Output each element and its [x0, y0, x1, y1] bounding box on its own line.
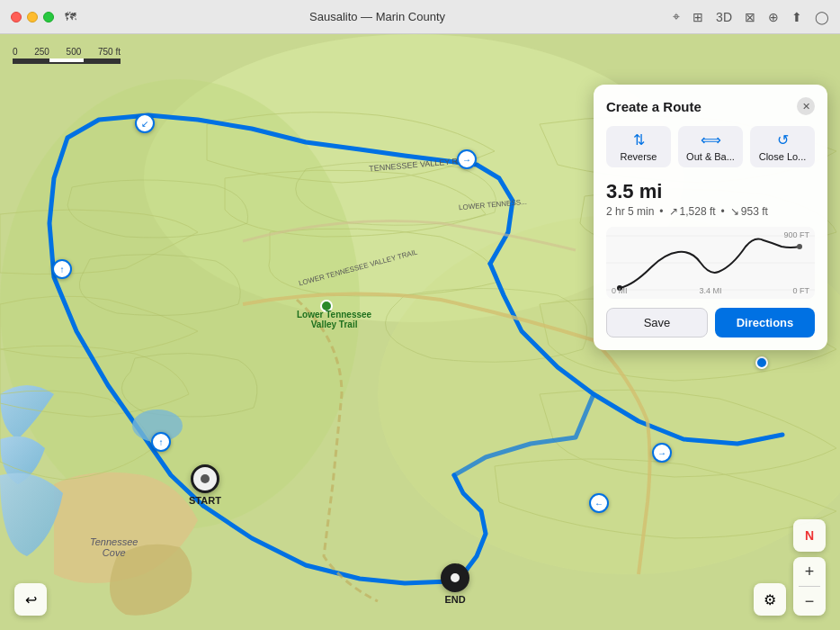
scale-0: 0: [13, 47, 18, 57]
share-icon[interactable]: ⬆: [791, 10, 802, 24]
3d-label[interactable]: 3D: [716, 10, 732, 24]
back-icon: ↩: [25, 591, 37, 608]
route-stats: 3.5 mi 2 hr 5 min • ↗ 1,528 ft • ↘ 953 f…: [606, 180, 815, 218]
close-button[interactable]: [11, 12, 22, 22]
waypoint-3[interactable]: →: [457, 149, 477, 169]
map-controls: N + −: [793, 519, 826, 616]
zoom-controls: + −: [793, 557, 826, 616]
minimize-button[interactable]: [27, 12, 38, 22]
separator-1: •: [659, 205, 663, 218]
close-loop-icon: ↺: [777, 131, 789, 148]
reverse-icon: ⇅: [633, 131, 645, 148]
end-marker: END: [441, 563, 469, 605]
gain-arrow: ↗: [669, 205, 678, 218]
scale-line: [13, 58, 121, 64]
location-icon[interactable]: ⌖: [673, 9, 680, 24]
waypoint-arrow-6: ←: [594, 499, 603, 508]
scale-500: 500: [67, 47, 82, 57]
end-label: END: [444, 594, 465, 605]
dist-start-label: 0 MI: [612, 286, 628, 295]
zoom-out-button[interactable]: −: [793, 587, 826, 616]
zoom-in-button[interactable]: +: [793, 557, 826, 586]
compass-label: N: [805, 528, 814, 543]
route-dot-east: [755, 356, 768, 369]
scale-750: 750 ft: [98, 47, 121, 57]
scale-seg-3: [84, 58, 119, 62]
loss-arrow: ↘: [730, 205, 739, 218]
waypoint-1[interactable]: ↙: [135, 113, 155, 133]
waypoint-arrow-2: ↑: [60, 265, 65, 274]
start-marker: START: [189, 464, 221, 506]
zoom-icon[interactable]: ⊕: [768, 10, 779, 24]
end-circle: [441, 563, 469, 592]
elevation-loss: 953 ft: [741, 205, 768, 218]
compass-button[interactable]: N: [793, 519, 826, 552]
start-circle: [191, 464, 219, 493]
directions-button[interactable]: Directions: [715, 308, 815, 338]
waypoint-2[interactable]: ↑: [52, 259, 72, 279]
waypoint-4[interactable]: ↑: [151, 432, 171, 452]
user-icon[interactable]: ◯: [815, 10, 829, 24]
map[interactable]: TENNESSEE VALLEY RD LOWER TENNESS... LOW…: [0, 34, 840, 630]
layers-icon[interactable]: ⊞: [693, 10, 703, 24]
dist-mid-label: 3.4 MI: [699, 286, 721, 295]
route-distance: 3.5 mi: [606, 180, 815, 203]
tennessee-cove-label: TennesseeCove: [90, 536, 138, 558]
waypoint-arrow-1: ↙: [141, 119, 148, 129]
filter-icon: ⚙: [764, 591, 776, 608]
poi-dot: [320, 300, 333, 312]
titlebar-actions: ⌖ ⊞ 3D ⊠ ⊕ ⬆ ◯: [673, 9, 829, 24]
elevation-gain: 1,528 ft: [680, 205, 716, 218]
close-loop-label: Close Lo...: [759, 151, 807, 162]
panel-header: Create a Route ✕: [606, 97, 815, 115]
back-button[interactable]: ↩: [14, 583, 47, 616]
svg-point-9: [797, 244, 802, 249]
out-back-icon: ⟺: [701, 131, 721, 148]
scale-seg-1: [14, 58, 49, 62]
panel-title: Create a Route: [606, 99, 701, 114]
panel-close-button[interactable]: ✕: [797, 97, 815, 115]
waypoint-arrow-3: →: [462, 155, 471, 165]
route-panel: Create a Route ✕ ⇅ Reverse ⟺ Out & Ba...…: [594, 85, 827, 350]
reverse-label: Reverse: [621, 151, 657, 162]
out-back-button[interactable]: ⟺ Out & Ba...: [678, 126, 743, 167]
start-label: START: [189, 495, 221, 506]
route-details: 2 hr 5 min • ↗ 1,528 ft • ↘ 953 ft: [606, 205, 815, 218]
separator-2: •: [721, 205, 725, 218]
scale-seg-2: [49, 58, 85, 62]
action-buttons: ⇅ Reverse ⟺ Out & Ba... ↺ Close Lo...: [606, 126, 815, 167]
save-button[interactable]: Save: [606, 308, 708, 338]
elevation-chart: 900 FT 0 FT 0 MI 3.4 MI: [606, 227, 815, 299]
waypoint-arrow-4: ↑: [159, 437, 164, 447]
close-loop-button[interactable]: ↺ Close Lo...: [750, 126, 815, 167]
waypoint-arrow-5: →: [657, 448, 666, 458]
elev-max-label: 900 FT: [783, 230, 809, 239]
start-inner: [201, 474, 210, 483]
elev-zero-label: 0 FT: [792, 286, 809, 295]
out-back-label: Out & Ba...: [686, 151, 735, 162]
filter-button[interactable]: ⚙: [754, 583, 786, 616]
maximize-button[interactable]: [43, 12, 54, 22]
scale-labels: 0 250 500 750 ft: [13, 47, 121, 57]
end-inner: [451, 573, 460, 582]
reverse-button[interactable]: ⇅ Reverse: [606, 126, 671, 167]
window-title: Sausalito — Marin County: [82, 10, 673, 23]
svg-point-2: [0, 79, 360, 529]
elevation-loss-item: ↘ 953 ft: [730, 205, 768, 218]
panel-bottom-actions: Save Directions: [606, 308, 815, 338]
route-time: 2 hr 5 min: [606, 205, 654, 218]
traffic-icon[interactable]: ⊠: [745, 10, 755, 24]
titlebar: 🗺 Sausalito — Marin County ⌖ ⊞ 3D ⊠ ⊕ ⬆ …: [0, 0, 840, 34]
window-icon: 🗺: [65, 10, 76, 23]
scale-bar: 0 250 500 750 ft: [13, 47, 121, 64]
scale-250: 250: [34, 47, 49, 57]
waypoint-5[interactable]: →: [652, 443, 672, 463]
waypoint-6[interactable]: ←: [589, 493, 609, 513]
traffic-lights: [11, 12, 54, 22]
elevation-gain-item: ↗ 1,528 ft: [669, 205, 716, 218]
